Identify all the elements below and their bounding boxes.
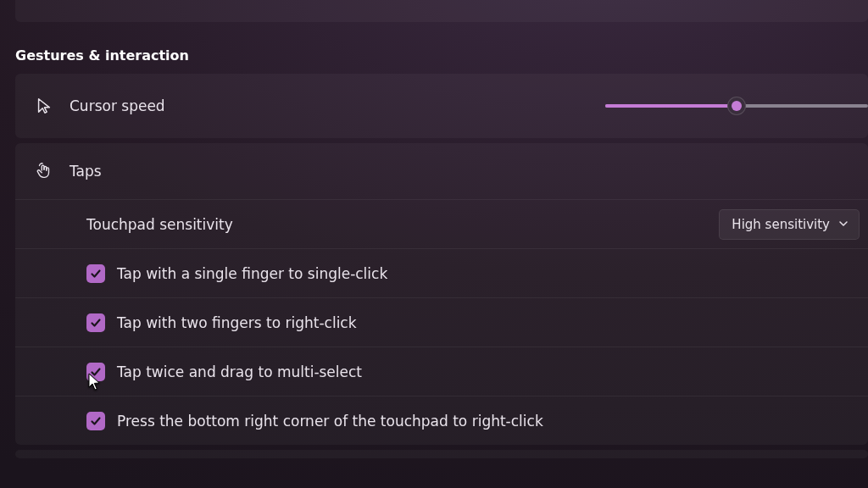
tap-option-row: Tap with a single finger to single-click bbox=[15, 248, 868, 297]
checkbox-single-tap[interactable] bbox=[86, 264, 105, 283]
dropdown-value: High sensitivity bbox=[732, 217, 830, 232]
taps-card: Taps Touchpad sensitivity High sensitivi… bbox=[15, 143, 868, 445]
previous-card-edge bbox=[15, 0, 868, 22]
touchpad-sensitivity-dropdown[interactable]: High sensitivity bbox=[719, 209, 860, 240]
tap-option-label: Tap with a single finger to single-click bbox=[117, 265, 387, 282]
tap-option-row: Tap twice and drag to multi-select bbox=[15, 347, 868, 396]
checkbox-two-finger-tap[interactable] bbox=[86, 313, 105, 332]
tap-option-label: Tap with two fingers to right-click bbox=[117, 314, 357, 331]
cursor-speed-row: Cursor speed bbox=[15, 74, 868, 138]
taps-label: Taps bbox=[70, 163, 102, 180]
cursor-icon bbox=[32, 97, 56, 115]
tap-option-row: Tap with two fingers to right-click bbox=[15, 297, 868, 347]
cursor-speed-card: Cursor speed bbox=[15, 74, 868, 138]
chevron-down-icon bbox=[838, 217, 849, 232]
touchpad-sensitivity-label: Touchpad sensitivity bbox=[86, 216, 233, 233]
slider-thumb[interactable] bbox=[727, 97, 746, 115]
taps-header-row[interactable]: Taps bbox=[15, 143, 868, 199]
tap-option-label: Press the bottom right corner of the tou… bbox=[117, 413, 543, 430]
checkbox-bottom-right-corner[interactable] bbox=[86, 412, 105, 430]
next-card-edge bbox=[15, 450, 868, 458]
tap-hand-icon bbox=[32, 162, 56, 180]
tap-option-row: Press the bottom right corner of the tou… bbox=[15, 396, 868, 445]
checkbox-tap-twice-drag[interactable] bbox=[86, 363, 105, 381]
cursor-speed-slider[interactable] bbox=[605, 104, 868, 108]
cursor-speed-label: Cursor speed bbox=[70, 97, 165, 114]
tap-option-label: Tap twice and drag to multi-select bbox=[117, 363, 362, 380]
section-heading: Gestures & interaction bbox=[15, 47, 868, 64]
touchpad-sensitivity-row: Touchpad sensitivity High sensitivity bbox=[15, 199, 868, 248]
